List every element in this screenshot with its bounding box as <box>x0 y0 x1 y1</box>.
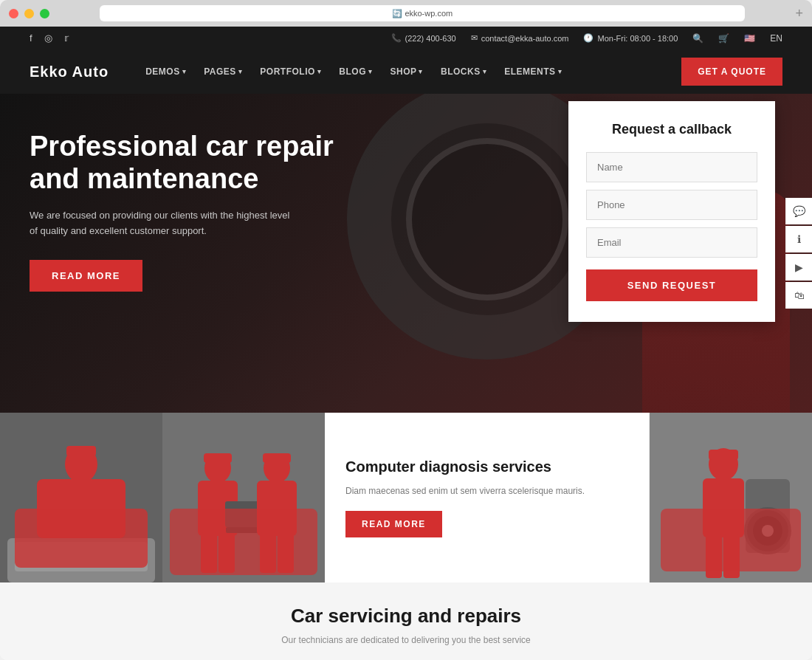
twitter-icon[interactable]: 𝕣 <box>64 32 69 44</box>
topbar: f ◎ 𝕣 📞 (222) 400-630 ✉ contact@ekka-aut… <box>0 27 812 49</box>
phone-number: (222) 400-630 <box>405 34 456 43</box>
get-quote-button[interactable]: GET A QUOTE <box>681 58 782 86</box>
browser-minimize-btn[interactable] <box>24 9 34 18</box>
svg-rect-22 <box>263 453 291 463</box>
service-read-more-button[interactable]: READ MORE <box>345 511 442 537</box>
search-icon[interactable]: 🔍 <box>692 33 703 44</box>
nav-label-shop: SHOP <box>390 66 416 77</box>
svg-rect-30 <box>746 479 790 553</box>
nav-item-elements[interactable]: ELEMENTS ▾ <box>497 61 569 83</box>
hero-read-more-button[interactable]: READ MORE <box>30 260 142 292</box>
topbar-hours: 🕐 Mon-Fri: 08:00 - 18:00 <box>583 33 678 43</box>
nav-label-portfolio: PORTFOLIO <box>260 66 315 77</box>
nav-item-blocks[interactable]: BLOCKS ▾ <box>433 61 494 83</box>
nav-item-blog[interactable]: BLOG ▾ <box>331 61 379 83</box>
hours-text: Mon-Fri: 08:00 - 18:00 <box>597 34 678 43</box>
callback-phone-input[interactable] <box>586 190 757 220</box>
chevron-down-icon: ▾ <box>238 68 243 75</box>
service-image-3 <box>650 413 812 582</box>
svg-rect-10 <box>162 413 325 582</box>
chevron-down-icon: ▾ <box>368 68 373 75</box>
clock-icon: 🕐 <box>583 33 593 43</box>
flag-icon: 🇺🇸 <box>744 33 755 44</box>
lang-text[interactable]: EN <box>770 33 782 44</box>
nav-label-elements: ELEMENTS <box>504 66 555 77</box>
cart-icon[interactable]: 🛒 <box>718 33 729 44</box>
browser-close-btn[interactable] <box>9 9 18 18</box>
service-card-desc: Diam maecenas sed enim ut sem viverra sc… <box>345 484 628 498</box>
email-address: contact@ekka-auto.com <box>481 34 569 43</box>
hero-content: Professional car repair and maintenance … <box>0 94 369 321</box>
svg-rect-12 <box>198 481 238 536</box>
nav-links: DEMOS ▾ PAGES ▾ PORTFOLIO ▾ BLOG ▾ <box>138 61 681 83</box>
svg-rect-26 <box>703 478 744 537</box>
svg-rect-19 <box>257 481 297 536</box>
chevron-down-icon: ▾ <box>419 68 423 75</box>
bottom-title: Car servicing and repairs <box>30 605 782 628</box>
svg-rect-16 <box>225 501 262 527</box>
nav-label-demos: DEMOS <box>145 66 180 77</box>
nav-item-portfolio[interactable]: PORTFOLIO ▾ <box>252 61 328 83</box>
nav-label-blocks: BLOCKS <box>441 66 481 77</box>
service-image-2 <box>162 413 325 582</box>
new-tab-btn[interactable]: + <box>795 6 803 21</box>
bottom-section: Car servicing and repairs Our technician… <box>0 582 812 660</box>
callback-form-title: Request a callback <box>586 122 757 137</box>
hero-subtitle: We are focused on providing our clients … <box>30 208 295 239</box>
bottom-subtitle: Our technicians are dedicated to deliver… <box>30 635 782 645</box>
services-section: Computer diagnosis services Diam maecena… <box>0 413 812 582</box>
service-card-title: Computer diagnosis services <box>345 458 628 475</box>
website-content: f ◎ 𝕣 📞 (222) 400-630 ✉ contact@ekka-aut… <box>0 27 812 660</box>
browser-titlebar: 🔄 ekko-wp.com + <box>0 0 812 27</box>
nav-item-pages[interactable]: PAGES ▾ <box>196 61 250 83</box>
refresh-icon: 🔄 <box>392 9 402 18</box>
url-text: ekko-wp.com <box>405 9 453 18</box>
chevron-down-icon: ▾ <box>483 68 487 75</box>
svg-rect-7 <box>7 538 155 582</box>
svg-rect-17 <box>226 527 263 533</box>
callback-form: Request a callback SEND REQUEST <box>568 101 775 322</box>
navbar: Ekko Auto DEMOS ▾ PAGES ▾ PORTFOLIO ▾ <box>0 49 812 94</box>
hero-section: Professional car repair and maintenance … <box>0 94 812 413</box>
topbar-email: ✉ contact@ekka-auto.com <box>471 33 569 43</box>
hero-title: Professional car repair and maintenance <box>30 131 340 195</box>
svg-rect-14 <box>219 532 235 573</box>
chevron-down-icon: ▾ <box>558 68 562 75</box>
email-icon: ✉ <box>471 33 478 43</box>
topbar-phone: 📞 (222) 400-630 <box>391 33 456 43</box>
topbar-social-links: f ◎ 𝕣 <box>30 32 69 44</box>
chevron-down-icon: ▾ <box>317 68 322 75</box>
svg-rect-3 <box>37 479 125 538</box>
callback-name-input[interactable] <box>586 152 757 182</box>
callback-email-input[interactable] <box>586 227 757 258</box>
side-info-tool[interactable]: ℹ <box>785 226 812 252</box>
nav-item-shop[interactable]: SHOP ▾ <box>382 61 430 83</box>
svg-point-31 <box>746 509 790 553</box>
site-wrapper: f ◎ 𝕣 📞 (222) 400-630 ✉ contact@ekka-aut… <box>0 27 812 660</box>
svg-rect-20 <box>260 532 276 573</box>
address-bar[interactable]: 🔄 ekko-wp.com <box>100 5 745 21</box>
side-tools: 💬 ℹ ▶ 🛍 <box>785 198 812 309</box>
browser-maximize-btn[interactable] <box>40 9 49 18</box>
service-card: Computer diagnosis services Diam maecena… <box>325 413 650 582</box>
svg-point-32 <box>753 516 782 546</box>
topbar-contact-info: 📞 (222) 400-630 ✉ contact@ekka-auto.com … <box>391 33 782 44</box>
site-logo[interactable]: Ekko Auto <box>30 63 109 80</box>
nav-item-demos[interactable]: DEMOS ▾ <box>138 61 193 83</box>
service-image-1 <box>0 413 162 582</box>
nav-label-pages: PAGES <box>204 66 236 77</box>
facebook-icon[interactable]: f <box>30 32 32 44</box>
svg-rect-13 <box>201 532 217 573</box>
svg-rect-21 <box>278 532 294 573</box>
phone-icon: 📞 <box>391 33 402 43</box>
nav-label-blog: BLOG <box>339 66 366 77</box>
side-bag-tool[interactable]: 🛍 <box>785 282 812 309</box>
instagram-icon[interactable]: ◎ <box>44 32 52 44</box>
side-comment-tool[interactable]: 💬 <box>785 198 812 224</box>
svg-rect-28 <box>723 534 740 578</box>
chevron-down-icon: ▾ <box>182 68 187 75</box>
svg-point-33 <box>762 525 774 537</box>
svg-rect-6 <box>66 446 96 456</box>
side-play-tool[interactable]: ▶ <box>785 254 812 281</box>
send-request-button[interactable]: SEND REQUEST <box>586 269 757 301</box>
